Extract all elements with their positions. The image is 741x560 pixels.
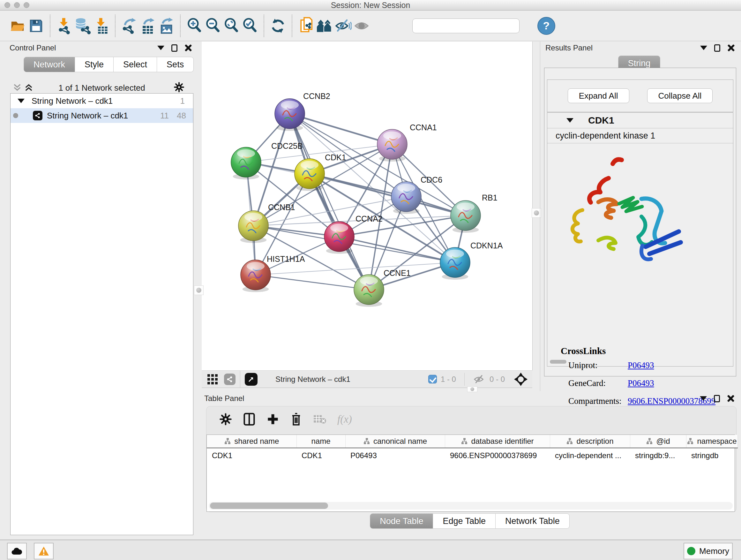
- zoom-selected-button[interactable]: [241, 16, 259, 36]
- detach-view-icon[interactable]: [245, 373, 258, 386]
- tab-select[interactable]: Select: [114, 57, 157, 72]
- add-column-icon[interactable]: [266, 413, 279, 426]
- network-node-CCNE1[interactable]: [354, 274, 384, 307]
- view-toolbar-separator: [240, 371, 240, 388]
- network-node-RB1[interactable]: [451, 200, 481, 233]
- panel-menu-icon[interactable]: [157, 46, 164, 50]
- export-image-button[interactable]: [157, 16, 176, 36]
- import-network-file-button[interactable]: [55, 16, 73, 36]
- zoom-in-button[interactable]: [185, 16, 204, 36]
- column-header-canonical-name[interactable]: canonical name: [345, 435, 445, 448]
- node-table[interactable]: shared namenamecanonical namedatabase id…: [206, 435, 735, 512]
- network-node-CCNA2[interactable]: [324, 222, 354, 254]
- export-table-button[interactable]: [138, 16, 157, 36]
- zoom-fit-content-button[interactable]: [222, 16, 241, 36]
- panel-float-icon[interactable]: [714, 395, 720, 402]
- network-collection-row[interactable]: String Network – cdk1 1: [10, 94, 193, 108]
- table-cell[interactable]: cyclin-dependent ...: [550, 448, 630, 463]
- table-cell[interactable]: CDK1: [296, 448, 345, 463]
- table-options-gear-icon[interactable]: [219, 413, 232, 426]
- control-panel-title: Control Panel: [10, 44, 56, 52]
- network-edge-CCNB2-CCNA1[interactable]: [290, 114, 392, 144]
- column-header-database-identifier[interactable]: database identifier: [445, 435, 550, 448]
- first-neighbors-button[interactable]: [315, 16, 334, 36]
- panel-close-icon[interactable]: [727, 395, 735, 402]
- network-node-CCNB1[interactable]: [239, 211, 268, 243]
- column-header-@id[interactable]: @id: [630, 435, 686, 448]
- network-edge-HIST1H1A-CCNE1[interactable]: [256, 275, 369, 290]
- refresh-view-button[interactable]: [269, 16, 287, 36]
- window-close-button[interactable]: [4, 2, 10, 8]
- tab-sets[interactable]: Sets: [157, 57, 194, 72]
- show-columns-icon[interactable]: [243, 412, 256, 426]
- table-cell[interactable]: CDK1: [207, 448, 296, 463]
- tab-style[interactable]: Style: [75, 57, 114, 72]
- memory-button[interactable]: Memory: [684, 543, 733, 559]
- network-graph[interactable]: CCNB2CCNA1CDC25BCDK1CDC6RB1CCNB1CCNA2CDK…: [202, 42, 532, 370]
- network-row[interactable]: String Network – cdk1 11 48: [10, 108, 193, 123]
- panel-float-icon[interactable]: [714, 44, 720, 52]
- network-node-CDKN1A[interactable]: [440, 247, 470, 280]
- delete-table-icon: [313, 414, 327, 425]
- table-cell[interactable]: P06493: [345, 448, 445, 463]
- show-all-button[interactable]: [352, 16, 371, 36]
- window-minimize-button[interactable]: [14, 2, 20, 8]
- help-button[interactable]: ?: [537, 17, 555, 35]
- scrollbar-thumb[interactable]: [210, 503, 328, 509]
- save-session-button[interactable]: [27, 16, 45, 36]
- network-canvas[interactable]: CCNB2CCNA1CDC25BCDK1CDC6RB1CCNB1CCNA2CDK…: [202, 42, 533, 370]
- network-node-CDC25B[interactable]: [231, 147, 261, 179]
- results-scrollbar[interactable]: [550, 360, 566, 364]
- column-header-shared-name[interactable]: shared name: [207, 435, 296, 448]
- panel-menu-icon[interactable]: [700, 46, 707, 50]
- tab-network[interactable]: Network: [23, 57, 75, 72]
- table-horizontal-scrollbar[interactable]: [209, 502, 733, 509]
- protein-section-header[interactable]: CDK1: [547, 113, 733, 128]
- column-header-description[interactable]: description: [550, 435, 630, 448]
- export-network-button[interactable]: [120, 16, 138, 36]
- birdseye-view-icon[interactable]: [514, 372, 528, 386]
- delete-column-icon[interactable]: [290, 412, 302, 426]
- hide-selected-button[interactable]: [334, 16, 352, 36]
- collection-expander-icon[interactable]: [17, 99, 24, 103]
- column-header-name[interactable]: name: [296, 435, 345, 448]
- network-options-gear-icon[interactable]: [174, 82, 185, 92]
- warnings-button[interactable]: [34, 543, 54, 559]
- panel-close-icon[interactable]: [185, 44, 192, 52]
- network-overview-icon[interactable]: [224, 374, 235, 385]
- horizontal-splitter-handle[interactable]: [467, 386, 477, 392]
- panel-float-icon[interactable]: [172, 44, 178, 52]
- network-edge-CCNA1-CDC25B[interactable]: [246, 144, 392, 162]
- zoom-out-button[interactable]: [204, 16, 222, 36]
- cloud-status-button[interactable]: [7, 543, 27, 559]
- panel-menu-icon[interactable]: [700, 396, 707, 401]
- network-node-HIST1H1A[interactable]: [241, 260, 271, 292]
- tab-edge-table[interactable]: Edge Table: [433, 513, 495, 529]
- open-session-button[interactable]: [8, 16, 27, 36]
- left-splitter-handle[interactable]: [194, 286, 204, 295]
- search-box[interactable]: [412, 18, 520, 33]
- collapse-all-button[interactable]: Collapse All: [647, 88, 713, 103]
- table-cell[interactable]: stringdb:9...: [630, 448, 686, 463]
- table-panel-title: Table Panel: [204, 394, 244, 403]
- grid-view-icon[interactable]: [207, 374, 218, 385]
- network-edge-CCNA2-CDKN1A[interactable]: [339, 237, 455, 262]
- tab-node-table[interactable]: Node Table: [370, 513, 433, 529]
- column-header-namespace[interactable]: namespace: [686, 435, 738, 448]
- import-network-database-button[interactable]: [73, 16, 92, 36]
- selected-checkbox-icon[interactable]: [428, 375, 437, 383]
- tab-network-table[interactable]: Network Table: [495, 513, 569, 529]
- panel-close-icon[interactable]: [727, 44, 735, 52]
- duplicate-network-button[interactable]: [297, 16, 315, 36]
- table-cell[interactable]: 9606.ENSP00000378699: [445, 448, 550, 463]
- network-node-CCNA1[interactable]: [377, 129, 407, 162]
- crosslink-value-link[interactable]: P06493: [628, 378, 654, 388]
- table-cell[interactable]: stringdb: [686, 448, 738, 463]
- window-zoom-button[interactable]: [23, 2, 29, 8]
- search-input[interactable]: [416, 21, 516, 30]
- crosslink-value-link[interactable]: P06493: [628, 361, 654, 370]
- expand-all-button[interactable]: Expand All: [568, 88, 629, 103]
- import-table-file-button[interactable]: [92, 16, 111, 36]
- section-expander-icon[interactable]: [566, 118, 574, 123]
- table-row[interactable]: CDK1CDK1P064939606.ENSP00000378699cyclin…: [207, 448, 738, 463]
